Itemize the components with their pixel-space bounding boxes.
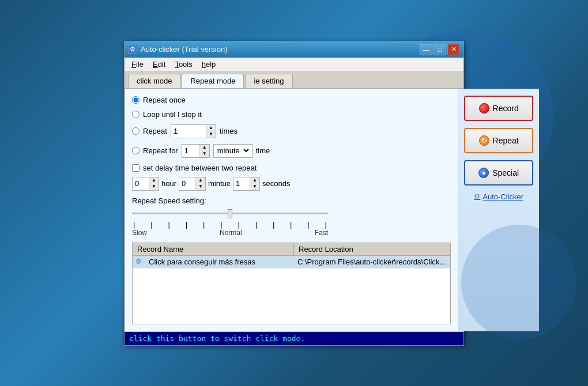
row-icon [133, 256, 144, 267]
repeat-once-row: Repeat once [132, 96, 451, 104]
delay-second-input[interactable] [233, 177, 250, 190]
repeat-for-spinbox: ▲ ▼ [182, 144, 210, 158]
delay-minute-input[interactable] [179, 177, 195, 190]
delay-checkbox[interactable] [132, 164, 140, 172]
repeat-times-row: Repeat ▲ ▼ times [132, 124, 451, 138]
main-window: Auto-clicker (Trial version) — □ ✕ File … [124, 41, 464, 346]
delay-checkbox-label: set delay time between two repeat [143, 164, 257, 172]
table-section: Record Name Record Location Click para c… [132, 243, 451, 324]
delay-hour-down[interactable]: ▼ [149, 184, 159, 190]
col-record-location: Record Location [294, 243, 450, 255]
autoclicker-gear-icon: ⚙ [474, 192, 480, 200]
tab-ie-setting[interactable]: ie setting [245, 74, 292, 88]
menu-edit[interactable]: Edit [149, 59, 169, 70]
repeat-times-label: Repeat [143, 127, 167, 135]
status-bar: click this button to switch click mode. [125, 332, 463, 345]
delay-hour-up[interactable]: ▲ [149, 177, 159, 184]
title-bar: Auto-clicker (Trial version) — □ ✕ [125, 41, 463, 58]
menu-tools[interactable]: Tools [171, 59, 195, 70]
menu-help[interactable]: help [198, 59, 220, 70]
repeat-times-spinbox: ▲ ▼ [171, 124, 216, 138]
repeat-for-up[interactable]: ▲ [200, 145, 209, 151]
normal-label: Normal [220, 229, 242, 237]
repeat-once-radio[interactable] [132, 96, 140, 104]
speed-labels: Slow Normal Fast [132, 229, 328, 237]
delay-hour-spinbox: ▲ ▼ [132, 177, 159, 191]
repeat-times-radio[interactable] [132, 127, 140, 135]
speed-label: Repeat Speed setting: [132, 196, 451, 205]
table-row[interactable]: Click para conseguir más fresas C:\Progr… [133, 256, 450, 268]
repeat-for-down[interactable]: ▼ [200, 151, 209, 157]
speed-thumb[interactable] [228, 209, 232, 218]
speed-ticks: |||||||||||| [132, 220, 328, 229]
menu-file[interactable]: File [128, 59, 147, 70]
time-suffix: time [256, 146, 270, 155]
repeat-label: Repeat [493, 136, 519, 145]
delay-minute-up[interactable]: ▲ [196, 177, 205, 184]
autoclicker-link[interactable]: ⚙ Auto-Clicker [474, 192, 523, 201]
status-message: click this button to switch click mode. [129, 334, 305, 343]
repeat-for-radio[interactable] [132, 147, 140, 154]
repeat-times-down[interactable]: ▼ [206, 131, 216, 138]
record-label: Record [493, 104, 519, 113]
loop-row: Loop until I stop it [132, 110, 451, 119]
repeat-for-label: Repeat for [143, 146, 178, 155]
speed-section: Repeat Speed setting: |||||||||||| Slow … [132, 196, 451, 237]
row-name: Click para conseguir más fresas [144, 256, 293, 267]
repeat-icon: ↻ [479, 135, 489, 146]
times-suffix: times [220, 127, 238, 135]
app-icon [128, 45, 137, 54]
repeat-for-row: Repeat for ▲ ▼ minute hour second [132, 144, 451, 158]
special-label: Special [492, 168, 519, 177]
close-button[interactable]: ✕ [447, 44, 460, 55]
main-panel: Repeat once Loop until I stop it Repeat … [125, 89, 458, 331]
autoclicker-label: Auto-Clicker [483, 192, 523, 201]
content-area: Repeat once Loop until I stop it Repeat … [125, 89, 463, 332]
delay-minute-down[interactable]: ▼ [196, 184, 205, 190]
delay-row: ▲ ▼ hour ▲ ▼ mintue [132, 177, 451, 191]
speed-track [132, 207, 328, 219]
delay-second-up[interactable]: ▲ [250, 177, 259, 184]
table-header: Record Name Record Location [132, 243, 451, 255]
repeat-button[interactable]: ↻ Repeat [464, 128, 533, 153]
fast-label: Fast [315, 229, 328, 237]
second-label: seconds [262, 179, 290, 188]
minimize-button[interactable]: — [420, 44, 432, 55]
special-button[interactable]: ● Special [464, 160, 533, 186]
special-icon: ● [478, 168, 489, 178]
table-body: Click para conseguir más fresas C:\Progr… [132, 255, 451, 324]
delay-checkbox-row: set delay time between two repeat [132, 164, 451, 172]
repeat-once-label: Repeat once [143, 96, 186, 104]
tab-bar: click mode Repeat mode ie setting [125, 71, 463, 89]
unit-select-box: minute hour second [213, 144, 252, 158]
loop-label: Loop until I stop it [143, 110, 202, 119]
tab-repeat-mode[interactable]: Repeat mode [182, 74, 244, 88]
delay-second-down[interactable]: ▼ [250, 184, 259, 190]
slow-label: Slow [132, 229, 147, 237]
tab-click-mode[interactable]: click mode [128, 74, 180, 88]
window-controls: — □ ✕ [420, 44, 460, 55]
loop-radio[interactable] [132, 111, 140, 118]
minute-label: mintue [208, 179, 231, 188]
maximize-button[interactable]: □ [434, 44, 446, 55]
record-button[interactable]: Record [464, 96, 533, 121]
menu-bar: File Edit Tools help [125, 58, 463, 71]
hour-label: hour [161, 179, 176, 188]
record-icon [479, 103, 489, 113]
col-record-name: Record Name [133, 243, 294, 255]
repeat-times-input[interactable] [171, 125, 206, 138]
delay-second-spinbox: ▲ ▼ [233, 177, 260, 191]
row-location: C:\Program Files\auto-clicker\records\Cl… [293, 256, 450, 267]
repeat-times-up[interactable]: ▲ [206, 125, 216, 131]
repeat-for-input[interactable] [182, 145, 199, 157]
delay-hour-input[interactable] [133, 177, 149, 190]
right-panel: Record ↻ Repeat ● Special ⚙ Auto-Clicker [458, 89, 539, 331]
delay-minute-spinbox: ▲ ▼ [179, 177, 206, 191]
window-title: Auto-clicker (Trial version) [141, 45, 416, 54]
unit-select[interactable]: minute hour second [215, 146, 251, 156]
